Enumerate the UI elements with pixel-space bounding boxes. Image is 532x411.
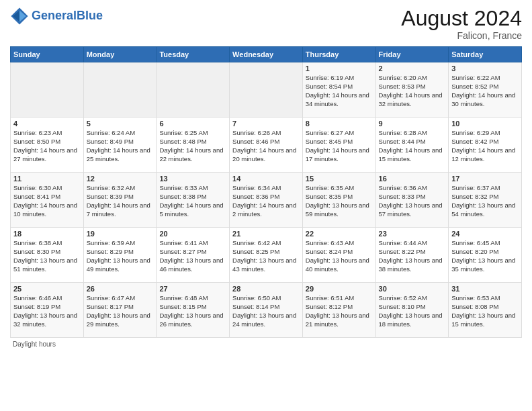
cell-line: Sunset: 8:54 PM bbox=[306, 83, 353, 90]
day-number: 30 bbox=[379, 285, 446, 293]
cell-line: Sunset: 8:24 PM bbox=[306, 248, 353, 255]
week-row-2: 4Sunrise: 6:23 AMSunset: 8:50 PMDaylight… bbox=[11, 118, 522, 173]
cell-line: Sunrise: 6:48 AM bbox=[159, 294, 208, 302]
cell-line: Sunset: 8:41 PM bbox=[13, 193, 60, 200]
day-number: 20 bbox=[159, 230, 226, 238]
day-number: 11 bbox=[13, 175, 81, 183]
cell-line: Sunrise: 6:39 AM bbox=[87, 239, 135, 246]
cell-line: Daylight: 14 hours and 17 minutes. bbox=[306, 146, 369, 163]
cell-line: Sunrise: 6:20 AM bbox=[379, 74, 427, 81]
day-number: 6 bbox=[159, 120, 226, 128]
cell-line: Sunset: 8:29 PM bbox=[87, 248, 134, 255]
cell-line: Sunrise: 6:51 AM bbox=[306, 294, 354, 302]
cell-line: Sunrise: 6:30 AM bbox=[13, 184, 62, 191]
cell-line: Daylight: 14 hours and 32 minutes. bbox=[379, 91, 443, 107]
calendar-cell: 16Sunrise: 6:36 AMSunset: 8:33 PMDayligh… bbox=[375, 173, 449, 228]
cell-line: Daylight: 14 hours and 2 minutes. bbox=[232, 201, 296, 218]
cell-line: Sunrise: 6:41 AM bbox=[159, 239, 208, 246]
cell-line: Daylight: 13 hours and 32 minutes. bbox=[13, 312, 77, 328]
cell-line: Daylight: 13 hours and 46 minutes. bbox=[159, 257, 223, 273]
calendar-cell: 11Sunrise: 6:30 AMSunset: 8:41 PMDayligh… bbox=[11, 173, 84, 228]
cell-line: Sunrise: 6:43 AM bbox=[306, 239, 354, 246]
cell-line: Sunset: 8:44 PM bbox=[379, 138, 426, 145]
week-row-1: 1Sunrise: 6:19 AMSunset: 8:54 PMDaylight… bbox=[11, 62, 522, 118]
calendar-cell: 7Sunrise: 6:26 AMSunset: 8:46 PMDaylight… bbox=[230, 118, 303, 173]
cell-line: Sunrise: 6:24 AM bbox=[87, 129, 135, 136]
daylight-label: Daylight hours bbox=[13, 340, 56, 348]
day-number: 31 bbox=[451, 285, 519, 293]
cell-line: Sunrise: 6:26 AM bbox=[232, 129, 281, 136]
calendar-cell bbox=[11, 62, 84, 118]
cell-content: Sunrise: 6:33 AMSunset: 8:38 PMDaylight:… bbox=[159, 184, 226, 218]
cell-content: Sunrise: 6:36 AMSunset: 8:33 PMDaylight:… bbox=[379, 184, 446, 218]
calendar-cell: 20Sunrise: 6:41 AMSunset: 8:27 PMDayligh… bbox=[157, 228, 230, 283]
cell-line: Sunset: 8:36 PM bbox=[232, 193, 279, 200]
day-number: 19 bbox=[87, 230, 154, 238]
cell-line: Sunrise: 6:19 AM bbox=[306, 74, 354, 81]
cell-line: Sunrise: 6:28 AM bbox=[379, 129, 427, 136]
cell-content: Sunrise: 6:43 AMSunset: 8:24 PMDaylight:… bbox=[306, 239, 373, 273]
cell-line: Daylight: 13 hours and 18 minutes. bbox=[379, 312, 443, 328]
day-number: 9 bbox=[379, 120, 446, 128]
cell-line: Sunset: 8:12 PM bbox=[306, 303, 353, 310]
cell-line: Sunset: 8:25 PM bbox=[232, 248, 279, 255]
col-header-friday: Friday bbox=[375, 47, 449, 62]
cell-content: Sunrise: 6:42 AMSunset: 8:25 PMDaylight:… bbox=[232, 239, 300, 273]
logo-line1: General bbox=[32, 9, 77, 22]
cell-content: Sunrise: 6:22 AMSunset: 8:52 PMDaylight:… bbox=[451, 74, 519, 108]
calendar-cell: 27Sunrise: 6:48 AMSunset: 8:15 PMDayligh… bbox=[157, 283, 230, 338]
day-number: 18 bbox=[13, 230, 81, 238]
cell-line: Daylight: 14 hours and 20 minutes. bbox=[232, 146, 296, 163]
cell-content: Sunrise: 6:51 AMSunset: 8:12 PMDaylight:… bbox=[306, 294, 373, 328]
cell-line: Daylight: 14 hours and 30 minutes. bbox=[451, 91, 515, 107]
calendar-table: SundayMondayTuesdayWednesdayThursdayFrid… bbox=[10, 46, 522, 338]
cell-line: Sunset: 8:20 PM bbox=[451, 248, 498, 255]
footer: Daylight hours bbox=[10, 340, 522, 348]
day-number: 3 bbox=[451, 64, 519, 73]
week-row-5: 25Sunrise: 6:46 AMSunset: 8:19 PMDayligh… bbox=[11, 283, 522, 338]
cell-line: Sunset: 8:52 PM bbox=[451, 83, 498, 90]
day-number: 22 bbox=[306, 230, 373, 238]
header-row: SundayMondayTuesdayWednesdayThursdayFrid… bbox=[11, 47, 522, 62]
calendar-cell: 21Sunrise: 6:42 AMSunset: 8:25 PMDayligh… bbox=[230, 228, 303, 283]
cell-content: Sunrise: 6:26 AMSunset: 8:46 PMDaylight:… bbox=[232, 129, 300, 163]
cell-line: Sunrise: 6:53 AM bbox=[451, 294, 500, 302]
cell-line: Sunset: 8:10 PM bbox=[379, 303, 426, 310]
calendar-cell: 26Sunrise: 6:47 AMSunset: 8:17 PMDayligh… bbox=[83, 283, 157, 338]
cell-line: Sunrise: 6:47 AM bbox=[87, 294, 135, 302]
calendar-cell: 19Sunrise: 6:39 AMSunset: 8:29 PMDayligh… bbox=[83, 228, 157, 283]
cell-content: Sunrise: 6:32 AMSunset: 8:39 PMDaylight:… bbox=[87, 184, 154, 218]
cell-content: Sunrise: 6:20 AMSunset: 8:53 PMDaylight:… bbox=[379, 74, 446, 108]
calendar-cell: 24Sunrise: 6:45 AMSunset: 8:20 PMDayligh… bbox=[449, 228, 522, 283]
day-number: 2 bbox=[379, 64, 446, 73]
cell-content: Sunrise: 6:44 AMSunset: 8:22 PMDaylight:… bbox=[379, 239, 446, 273]
cell-line: Daylight: 14 hours and 12 minutes. bbox=[451, 146, 515, 163]
col-header-wednesday: Wednesday bbox=[230, 47, 303, 62]
cell-content: Sunrise: 6:28 AMSunset: 8:44 PMDaylight:… bbox=[379, 129, 446, 163]
cell-line: Daylight: 13 hours and 43 minutes. bbox=[232, 257, 296, 273]
cell-content: Sunrise: 6:25 AMSunset: 8:48 PMDaylight:… bbox=[159, 129, 226, 163]
cell-line: Sunrise: 6:35 AM bbox=[306, 184, 354, 191]
week-row-4: 18Sunrise: 6:38 AMSunset: 8:30 PMDayligh… bbox=[11, 228, 522, 283]
cell-line: Sunset: 8:39 PM bbox=[87, 193, 134, 200]
calendar-cell: 2Sunrise: 6:20 AMSunset: 8:53 PMDaylight… bbox=[375, 62, 449, 118]
calendar-cell: 30Sunrise: 6:52 AMSunset: 8:10 PMDayligh… bbox=[375, 283, 449, 338]
calendar-cell: 4Sunrise: 6:23 AMSunset: 8:50 PMDaylight… bbox=[11, 118, 84, 173]
logo-line2: Blue bbox=[77, 9, 103, 22]
cell-line: Sunset: 8:32 PM bbox=[451, 193, 498, 200]
cell-line: Sunset: 8:15 PM bbox=[159, 303, 206, 310]
calendar-cell bbox=[157, 62, 230, 118]
day-number: 23 bbox=[379, 230, 446, 238]
cell-line: Sunrise: 6:34 AM bbox=[232, 184, 281, 191]
cell-line: Sunset: 8:33 PM bbox=[379, 193, 426, 200]
cell-content: Sunrise: 6:48 AMSunset: 8:15 PMDaylight:… bbox=[159, 294, 226, 328]
cell-content: Sunrise: 6:52 AMSunset: 8:10 PMDaylight:… bbox=[379, 294, 446, 328]
cell-content: Sunrise: 6:45 AMSunset: 8:20 PMDaylight:… bbox=[451, 239, 519, 273]
cell-line: Daylight: 13 hours and 15 minutes. bbox=[451, 312, 515, 328]
day-number: 7 bbox=[232, 120, 300, 128]
cell-line: Sunrise: 6:45 AM bbox=[451, 239, 500, 246]
calendar-cell: 12Sunrise: 6:32 AMSunset: 8:39 PMDayligh… bbox=[83, 173, 157, 228]
cell-content: Sunrise: 6:39 AMSunset: 8:29 PMDaylight:… bbox=[87, 239, 154, 273]
cell-line: Sunrise: 6:37 AM bbox=[451, 184, 500, 191]
cell-content: Sunrise: 6:37 AMSunset: 8:32 PMDaylight:… bbox=[451, 184, 519, 218]
